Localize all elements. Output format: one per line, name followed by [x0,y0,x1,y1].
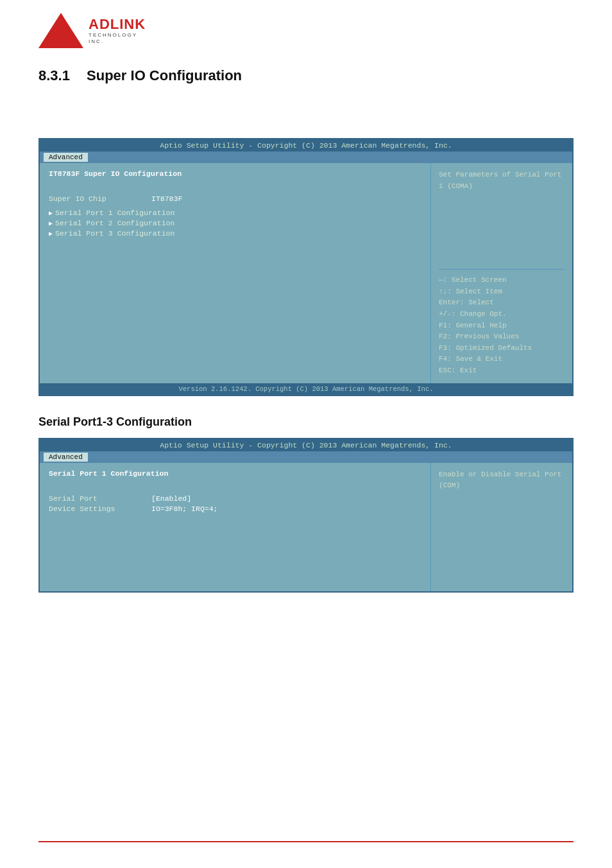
bios-tab-bar-2: Advanced [40,451,572,463]
bios-content-1: IT8783F Super IO Configuration Super IO … [40,163,572,383]
bios-screen-2: Aptio Setup Utility - Copyright (C) 2013… [38,438,574,593]
kb-help-line-0: ↔: Select Screen [439,275,565,286]
bios-right-panel-1: Set Parameters of Serial Port 1 (COMA) ↔… [431,163,572,383]
bios-menu-label-1: Serial Port 2 Configuration [55,219,174,227]
bios-left-panel-1: IT8783F Super IO Configuration Super IO … [40,163,431,383]
section-number-1: 8.3.1 [38,67,70,83]
logo-tagline1: TECHNOLOGY [89,32,146,39]
bios-row-device-settings: Device Settings IO=3F8h; IRQ=4; [49,505,421,513]
kb-help-line-6: F3: Optimized Defaults [439,343,565,354]
kb-help-line-7: F4: Save & Exit [439,354,565,365]
arrow-icon-2: ▶ [49,230,53,238]
bios-right-panel-2: Enable or Disable Serial Port (COM) [431,463,572,591]
bios-menu-item-1[interactable]: ▶ Serial Port 2 Configuration [49,219,421,227]
kb-help-line-8: ESC: Exit [439,365,565,377]
section-heading-1: 8.3.1 Super IO Configuration [38,67,574,84]
bios-content-2: Serial Port 1 Configuration Serial Port … [40,463,572,591]
bios-title-1: Aptio Setup Utility - Copyright (C) 2013… [40,139,572,152]
logo-icon [38,13,83,48]
bios-tab-advanced-2[interactable]: Advanced [44,453,88,462]
serial-port-label: Serial Port [49,494,151,503]
bottom-line [38,841,574,842]
logo-text: ADLINK TECHNOLOGY INC. [89,17,146,44]
bios-row-serial-port: Serial Port [Enabled] [49,494,421,503]
bios-help-text-2: Enable or Disable Serial Port (COM) [439,469,565,492]
bios-keyboard-help-1: ↔: Select Screen ↑↓: Select Item Enter: … [439,275,565,376]
sub-section-heading: Serial Port1-3 Configuration [38,415,574,429]
bios-footer-1: Version 2.16.1242. Copyright (C) 2013 Am… [40,383,572,395]
serial-port-value: [Enabled] [151,494,191,503]
kb-help-line-5: F2: Previous Values [439,331,565,343]
bios-menu-item-2[interactable]: ▶ Serial Port 3 Configuration [49,229,421,238]
device-settings-value: IO=3F8h; IRQ=4; [151,505,218,513]
bios-menu-label-2: Serial Port 3 Configuration [55,229,174,238]
logo-area: ADLINK TECHNOLOGY INC. [38,13,574,48]
super-io-label: Super IO Chip [49,195,151,203]
bios-screen-1: Aptio Setup Utility - Copyright (C) 2013… [38,138,574,396]
bios-title-2: Aptio Setup Utility - Copyright (C) 2013… [40,439,572,451]
section-title-1: Super IO Configuration [87,67,242,83]
arrow-icon-1: ▶ [49,220,53,227]
bios-menu-item-0[interactable]: ▶ Serial Port 1 Configuration [49,209,421,217]
bios-help-divider-1 [439,269,565,270]
kb-help-line-1: ↑↓: Select Item [439,286,565,298]
bios-section-title-2: Serial Port 1 Configuration [49,469,421,478]
bios-menu-label-0: Serial Port 1 Configuration [55,209,174,217]
sub-section-title: Serial Port1-3 Configuration [38,415,192,428]
bios-left-panel-2: Serial Port 1 Configuration Serial Port … [40,463,431,591]
kb-help-line-4: F1: General Help [439,320,565,332]
bios-help-text-1: Set Parameters of Serial Port 1 (COMA) [439,169,565,192]
kb-help-line-3: +/-: Change Opt. [439,309,565,320]
logo-brand: ADLINK [89,17,146,32]
bios-section-title-1: IT8783F Super IO Configuration [49,169,421,178]
bios-tab-advanced-1[interactable]: Advanced [44,153,88,162]
bios-tab-bar-1: Advanced [40,152,572,163]
kb-help-line-2: Enter: Select [439,297,565,309]
logo-tagline2: INC. [89,39,146,45]
device-settings-label: Device Settings [49,505,151,513]
bios-row-super-io: Super IO Chip IT8783F [49,195,421,203]
arrow-icon-0: ▶ [49,209,53,217]
super-io-value: IT8783F [151,195,182,203]
